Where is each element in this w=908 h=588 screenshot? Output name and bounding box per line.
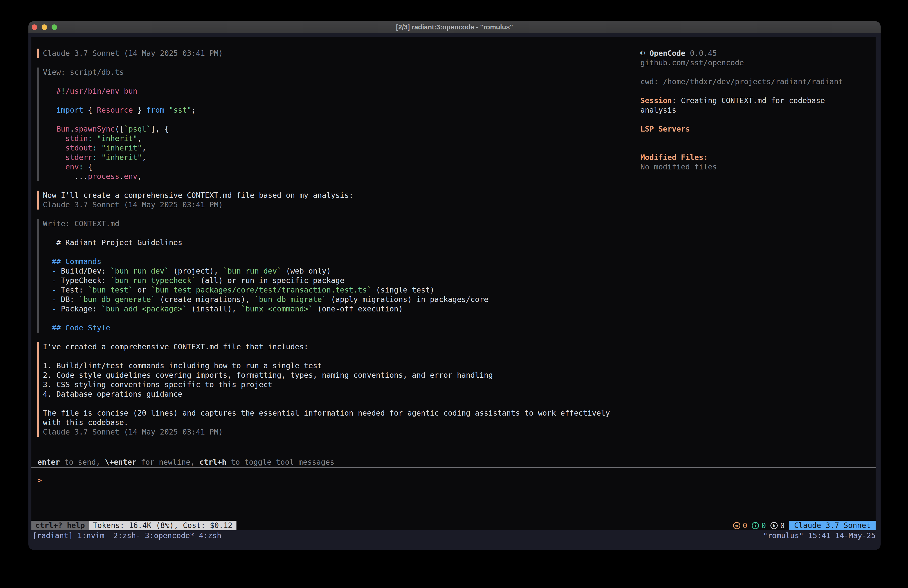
text-segment: DB: [56, 295, 79, 304]
text-segment: I've created a comprehensive CONTEXT.md … [43, 342, 309, 351]
session-title-wrap: analysis [641, 105, 877, 115]
text-line: #!/usr/bin/env bun [43, 87, 641, 96]
text-line: The file is concise (20 lines) and captu… [43, 408, 641, 418]
text-segment: ## Code Style [43, 324, 110, 332]
spacer [641, 143, 877, 153]
text-segment: `bun test packages/core/test/transaction… [151, 285, 372, 294]
text-segment: , [142, 153, 146, 162]
text-segment: for newline, [136, 458, 200, 466]
text-segment: Claude 3.7 Sonnet (14 May 2025 03:41 PM) [43, 200, 223, 209]
text-segment: # [43, 87, 61, 95]
keybind-help: enter to send, \+enter for newline, ctrl… [37, 458, 334, 467]
text-segment [43, 267, 52, 275]
text-segment: "sst" [169, 106, 192, 114]
text-segment: to send, [60, 458, 105, 466]
text-segment [43, 285, 52, 294]
assistant-message: Now I'll create a comprehensive CONTEXT.… [37, 191, 641, 209]
text-segment: - [52, 295, 56, 304]
tmux-status-bar: [radiant] 1:nvim 2:zsh- 3:opencode* 4:zs… [32, 530, 876, 541]
text-line [43, 247, 641, 257]
text-segment [97, 143, 101, 152]
text-segment [43, 134, 65, 143]
text-segment: Test: [56, 285, 88, 294]
text-segment: (install), [187, 304, 241, 313]
text-segment: `psql` [124, 124, 151, 133]
input-prompt[interactable]: > [31, 468, 876, 485]
text-segment: or [133, 285, 151, 294]
text-segment: - [52, 267, 56, 275]
text-segment: `bun db migrate` [254, 295, 327, 304]
text-segment [43, 143, 65, 152]
text-segment [43, 106, 56, 114]
text-line: # Radiant Project Guidelines [43, 238, 641, 247]
text-segment: enter [37, 458, 60, 466]
assistant-message-header: Claude 3.7 Sonnet (14 May 2025 03:41 PM) [37, 48, 641, 58]
text-segment: : [88, 134, 92, 143]
text-line [43, 115, 641, 124]
text-segment: (web only) [281, 267, 331, 275]
spacer [641, 115, 877, 124]
text-line: 4. Database operations guidance [43, 390, 641, 399]
window-title: [2/3] radiant:3:opencode - "romulus" [28, 21, 881, 33]
warning-count: 0 [743, 521, 747, 530]
text-line: 2. Code style guidelines covering import… [43, 371, 641, 380]
assistant-message: I've created a comprehensive CONTEXT.md … [37, 342, 641, 437]
text-segment: . [70, 124, 74, 133]
text-segment: 3. CSS styling conventions specific to t… [43, 380, 272, 389]
text-segment: # Radiant Project Guidelines [43, 238, 182, 247]
text-segment: , [137, 134, 142, 143]
model-badge[interactable]: Claude 3.7 Sonnet [789, 521, 876, 530]
text-segment: env [124, 172, 137, 180]
hints-counter: h 0 [770, 521, 785, 530]
chat-transcript[interactable]: Claude 3.7 Sonnet (14 May 2025 03:41 PM)… [37, 48, 641, 446]
hint-count: 0 [780, 521, 785, 530]
text-segment [43, 153, 65, 162]
text-line [43, 314, 641, 323]
help-shortcut-badge[interactable]: ctrl+? help [31, 521, 89, 530]
text-segment: , [142, 143, 146, 152]
text-segment: { [84, 106, 97, 114]
text-segment: ... [43, 172, 88, 180]
text-segment: `bun db generate` [79, 295, 156, 304]
app-brand: © OpenCode 0.0.45 [641, 48, 877, 58]
session-title: Session: Creating CONTEXT.md for codebas… [641, 96, 877, 105]
window-titlebar[interactable]: [2/3] radiant:3:opencode - "romulus" [28, 21, 881, 33]
text-segment: `bun run typecheck` [110, 276, 196, 285]
tmux-window-list[interactable]: [radiant] 1:nvim 2:zsh- 3:opencode* 4:zs… [32, 531, 222, 540]
text-segment: stderr [65, 153, 92, 162]
spacer [641, 68, 877, 77]
text-segment: "inherit" [97, 134, 138, 143]
text-segment: 1. Build/lint/test commands including ho… [43, 361, 322, 370]
text-segment: Now I'll create a comprehensive CONTEXT.… [43, 191, 353, 200]
text-segment: - [52, 276, 56, 285]
message-input[interactable]: > [31, 467, 876, 521]
text-segment: Package: [56, 304, 101, 313]
tmux-host-clock: "romulus" 15:41 14-May-25 [763, 531, 876, 540]
text-segment: Bun [56, 124, 70, 133]
opencode-tui: Claude 3.7 Sonnet (14 May 2025 03:41 PM)… [31, 37, 876, 530]
text-segment: ## Commands [43, 257, 101, 266]
text-segment: ; [192, 106, 196, 114]
tool-call-view: View: script/db.ts #!/usr/bin/env bun im… [37, 68, 641, 181]
text-line: - Test: `bun test` or `bun test packages… [43, 285, 641, 295]
text-segment: (create migrations), [156, 295, 254, 304]
text-line: Claude 3.7 Sonnet (14 May 2025 03:41 PM) [43, 48, 641, 58]
text-line: 1. Build/lint/test commands including ho… [43, 361, 641, 371]
text-segment: View: script/db.ts [43, 68, 124, 76]
text-segment: Claude 3.7 Sonnet (14 May 2025 03:41 PM) [43, 49, 223, 58]
text-segment: : [79, 163, 84, 171]
text-line: Now I'll create a comprehensive CONTEXT.… [43, 191, 641, 200]
text-line: Claude 3.7 Sonnet (14 May 2025 03:41 PM) [43, 200, 641, 209]
text-segment: (single test) [372, 285, 435, 294]
text-segment: TypeCheck: [56, 276, 110, 285]
text-line: with this codebase. [43, 418, 641, 427]
status-bar: ctrl+? help Tokens: 16.4K (8%), Cost: $0… [31, 521, 876, 530]
text-line [43, 229, 641, 238]
text-segment: `bun run dev` [110, 267, 169, 275]
text-line: env: { [43, 162, 641, 172]
text-line [43, 96, 641, 105]
repo-link[interactable]: github.com/sst/opencode [641, 58, 877, 68]
text-line: I've created a comprehensive CONTEXT.md … [43, 342, 641, 351]
text-line: stdin: "inherit", [43, 134, 641, 143]
text-segment: ([ [115, 124, 124, 133]
